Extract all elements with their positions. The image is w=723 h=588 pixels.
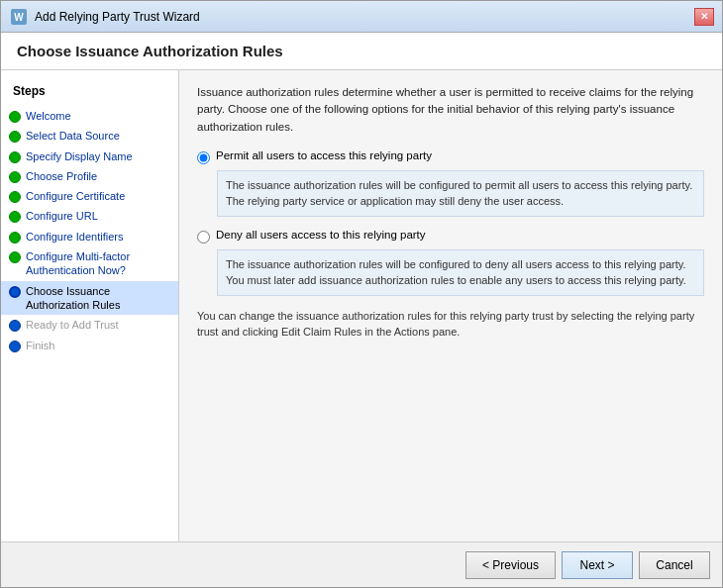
title-bar: W Add Relying Party Trust Wizard ✕ [1, 1, 722, 33]
step-dot-select-data-source [9, 131, 21, 143]
step-dot-configure-url [9, 211, 21, 223]
permit-all-option[interactable]: Permit all users to access this relying … [197, 149, 704, 164]
sidebar-item-configure-url[interactable]: Configure URL [1, 206, 178, 226]
cancel-button[interactable]: Cancel [639, 551, 710, 579]
step-dot-choose-issuance [9, 286, 21, 298]
window-title: Add Relying Party Trust Wizard [35, 10, 200, 24]
sidebar-title: Steps [1, 80, 178, 106]
deny-all-label[interactable]: Deny all users access to this relying pa… [216, 229, 426, 241]
deny-all-option[interactable]: Deny all users access to this relying pa… [197, 229, 704, 244]
sidebar-label-ready-to-add: Ready to Add Trust [26, 318, 119, 332]
sidebar: Steps Welcome Select Data Source Specify… [1, 70, 179, 541]
sidebar-label-finish: Finish [26, 339, 54, 352]
sidebar-label-welcome: Welcome [26, 109, 71, 123]
step-dot-configure-certificate [9, 191, 21, 203]
footer-bar: < Previous Next > Cancel [1, 541, 722, 587]
title-bar-left: W Add Relying Party Trust Wizard [9, 7, 200, 27]
sidebar-label-configure-identifiers: Configure Identifiers [26, 230, 123, 244]
step-dot-choose-profile [9, 171, 21, 183]
main-panel: Issuance authorization rules determine w… [179, 70, 722, 541]
footer-note: You can change the issuance authorizatio… [197, 308, 704, 341]
content-area: Steps Welcome Select Data Source Specify… [1, 70, 722, 541]
page-header: Choose Issuance Authorization Rules [1, 33, 722, 70]
close-button[interactable]: ✕ [694, 8, 714, 26]
wizard-icon: W [9, 7, 29, 27]
sidebar-item-ready-to-add[interactable]: Ready to Add Trust [1, 315, 178, 335]
main-window: W Add Relying Party Trust Wizard ✕ Choos… [0, 0, 723, 588]
sidebar-item-configure-multifactor[interactable]: Configure Multi-factor Authentication No… [1, 246, 178, 281]
step-dot-finish [9, 341, 21, 352]
intro-text: Issuance authorization rules determine w… [197, 84, 704, 136]
step-dot-specify-display-name [9, 151, 21, 163]
permit-all-label[interactable]: Permit all users to access this relying … [216, 149, 432, 161]
sidebar-label-select-data-source: Select Data Source [26, 129, 120, 143]
sidebar-item-configure-certificate[interactable]: Configure Certificate [1, 186, 178, 206]
sidebar-item-configure-identifiers[interactable]: Configure Identifiers [1, 227, 178, 246]
sidebar-label-choose-issuance: Choose Issuance Authorization Rules [26, 284, 170, 313]
sidebar-item-choose-issuance[interactable]: Choose Issuance Authorization Rules [1, 281, 178, 316]
sidebar-item-select-data-source[interactable]: Select Data Source [1, 126, 178, 146]
sidebar-label-configure-certificate: Configure Certificate [26, 189, 125, 203]
permit-all-radio[interactable] [197, 151, 210, 164]
step-dot-configure-identifiers [9, 232, 21, 244]
deny-all-radio[interactable] [197, 231, 210, 244]
sidebar-label-choose-profile: Choose Profile [26, 169, 97, 183]
sidebar-item-finish[interactable]: Finish [1, 336, 178, 355]
step-dot-welcome [9, 111, 21, 123]
svg-text:W: W [14, 12, 24, 23]
step-dot-configure-multifactor [9, 251, 21, 263]
sidebar-item-choose-profile[interactable]: Choose Profile [1, 166, 178, 186]
step-dot-ready-to-add [9, 320, 21, 332]
sidebar-item-welcome[interactable]: Welcome [1, 106, 178, 126]
next-button[interactable]: Next > [562, 551, 633, 579]
deny-all-description: The issuance authorization rules will be… [217, 249, 704, 296]
sidebar-item-specify-display-name[interactable]: Specify Display Name [1, 147, 178, 166]
permit-all-description: The issuance authorization rules will be… [217, 170, 704, 217]
previous-button[interactable]: < Previous [465, 551, 556, 579]
page-title: Choose Issuance Authorization Rules [17, 43, 706, 59]
sidebar-label-configure-url: Configure URL [26, 209, 98, 223]
sidebar-label-specify-display-name: Specify Display Name [26, 149, 133, 163]
sidebar-label-configure-multifactor: Configure Multi-factor Authentication No… [26, 249, 170, 278]
